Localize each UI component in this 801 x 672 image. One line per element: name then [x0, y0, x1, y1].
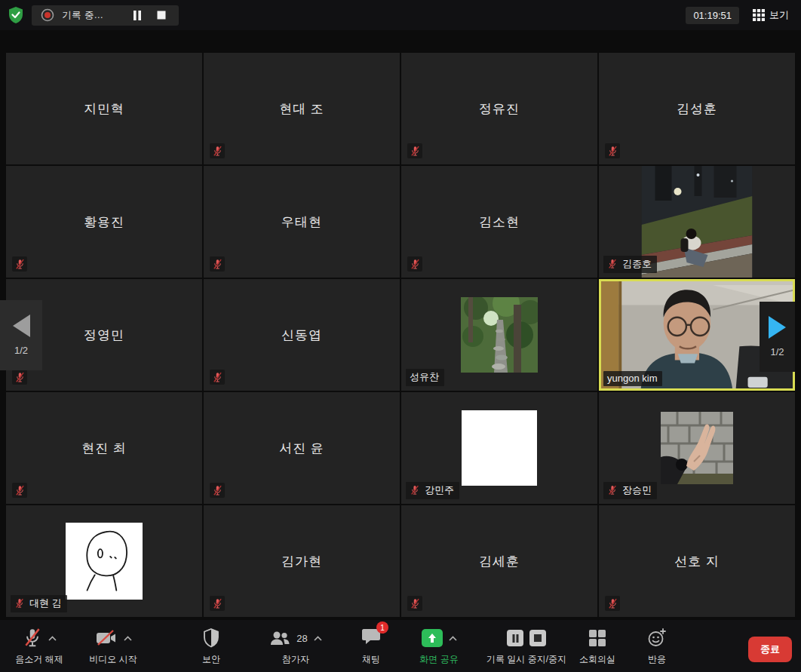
- participant-tile[interactable]: 우태현: [204, 166, 400, 278]
- forest-path-avatar: [461, 297, 538, 373]
- chat-unread-badge: 1: [376, 621, 388, 634]
- chevron-up-icon[interactable]: [124, 636, 132, 641]
- participant-tile[interactable]: 황용진: [6, 166, 202, 278]
- participant-name: 정영민: [84, 327, 124, 344]
- muted-mic-indicator: [407, 256, 422, 272]
- participant-name: 우태현: [281, 213, 322, 231]
- chevron-up-icon[interactable]: [449, 636, 457, 641]
- view-button-label: 보기: [769, 8, 789, 22]
- muted-mic-indicator: [210, 370, 225, 385]
- view-button[interactable]: 보기: [748, 5, 793, 25]
- participant-tile[interactable]: 김세훈: [401, 505, 597, 617]
- start-video-button[interactable]: 비디오 시작: [75, 626, 151, 666]
- page-indicator-left: 1/2: [14, 345, 28, 356]
- pause-recording-button[interactable]: [129, 7, 146, 23]
- muted-mic-icon: [410, 485, 420, 496]
- breakout-rooms-button[interactable]: 소회의실: [573, 626, 621, 666]
- muted-mic-icon: [410, 259, 421, 270]
- stop-recording-button[interactable]: [529, 630, 546, 646]
- participant-tile[interactable]: 선호 지: [599, 505, 795, 617]
- muted-mic-icon: [410, 598, 421, 609]
- participant-name: 선호 지: [674, 553, 720, 570]
- muted-mic-icon: [14, 259, 26, 270]
- reactions-smiley-icon: [647, 628, 667, 648]
- stop-recording-button[interactable]: [153, 7, 170, 23]
- participant-name: 현대 조: [279, 100, 324, 118]
- muted-mic-icon: [212, 485, 223, 496]
- participant-name: 김소현: [479, 213, 520, 231]
- participant-tile[interactable]: 김성훈: [599, 53, 795, 164]
- end-meeting-button[interactable]: 종료: [748, 637, 792, 662]
- participant-tile[interactable]: 강민주: [401, 392, 597, 504]
- share-screen-label: 화면 공유: [419, 653, 458, 666]
- participants-button[interactable]: 28 참가자: [256, 626, 335, 666]
- participant-name: 황용진: [84, 213, 124, 231]
- participant-count: 28: [296, 633, 307, 644]
- participant-tile[interactable]: 대현 김: [6, 505, 202, 617]
- muted-mic-icon: [607, 598, 618, 609]
- participant-tile[interactable]: 정유진: [401, 53, 597, 164]
- participant-name: 현진 최: [81, 440, 127, 457]
- security-button[interactable]: 보안: [187, 626, 235, 666]
- participant-tile[interactable]: 신동엽: [204, 279, 400, 391]
- participant-name-chip: 장승민: [603, 482, 657, 499]
- muted-mic-indicator: [12, 256, 27, 272]
- participant-name-chip: 김종호: [603, 256, 657, 273]
- muted-mic-icon: [607, 485, 618, 496]
- unmute-button[interactable]: 음소거 해제: [3, 626, 75, 666]
- participants-icon: [269, 629, 290, 647]
- top-bar-right: 01:19:51 보기: [686, 5, 793, 25]
- meeting-security-shield-icon[interactable]: [6, 5, 26, 25]
- participant-tile[interactable]: 김종호: [599, 166, 795, 278]
- muted-mic-icon: [14, 485, 26, 496]
- participant-tile[interactable]: 성유찬: [401, 279, 597, 391]
- muted-mic-indicator: [407, 143, 422, 158]
- recording-indicator: 기록 중...: [32, 5, 179, 26]
- muted-mic-indicator: [210, 483, 225, 498]
- reactions-button[interactable]: 반응: [635, 626, 679, 666]
- participant-name: 김성훈: [677, 100, 717, 118]
- participant-name-chip: 성유찬: [406, 369, 444, 386]
- chevron-up-icon[interactable]: [314, 636, 322, 641]
- participant-tile[interactable]: 김소현: [401, 166, 597, 278]
- participant-name: 성유찬: [410, 370, 439, 384]
- participant-name: 정유진: [479, 100, 520, 118]
- mic-muted-icon: [23, 628, 42, 649]
- muted-mic-icon: [212, 146, 223, 157]
- meeting-toolbar: 음소거 해제 비디오 시작 보안: [0, 620, 801, 672]
- participant-name: 신동엽: [281, 327, 322, 344]
- breakout-rooms-label: 소회의실: [579, 653, 615, 666]
- participant-tile[interactable]: 현대 조: [204, 53, 400, 164]
- security-label: 보안: [202, 653, 220, 666]
- participant-name: 김종호: [622, 257, 652, 271]
- participant-tile[interactable]: 현진 최: [6, 392, 202, 504]
- recording-dot-icon: [41, 8, 54, 22]
- pause-recording-button[interactable]: [507, 630, 523, 646]
- previous-page-button[interactable]: 1/2: [0, 300, 42, 370]
- share-screen-button[interactable]: 화면 공유: [401, 626, 477, 666]
- participant-tile[interactable]: 김가현: [204, 505, 400, 617]
- pavement-hand-avatar: [661, 412, 733, 484]
- participant-tile[interactable]: 서진 윤: [204, 392, 400, 504]
- muted-mic-icon: [607, 259, 618, 269]
- recording-status-label: 기록 중...: [62, 9, 103, 22]
- chat-button[interactable]: 1 채팅: [348, 626, 394, 666]
- arrow-right-icon: [769, 316, 786, 339]
- participant-name: 지민혁: [84, 100, 124, 118]
- participant-tile[interactable]: 지민혁: [6, 53, 202, 164]
- participant-name: 김가현: [281, 553, 322, 570]
- muted-mic-indicator: [605, 143, 620, 158]
- start-video-label: 비디오 시작: [89, 653, 137, 666]
- participant-name: 대현 김: [29, 597, 62, 610]
- muted-mic-indicator: [210, 596, 225, 611]
- muted-mic-indicator: [605, 596, 620, 611]
- muted-mic-icon: [212, 259, 223, 270]
- participant-name-chip: 강민주: [406, 482, 459, 499]
- next-page-button[interactable]: 1/2: [760, 302, 795, 372]
- participant-name: 강민주: [425, 483, 454, 497]
- participant-tile[interactable]: 장승민: [599, 392, 795, 504]
- chevron-up-icon[interactable]: [48, 636, 57, 641]
- share-screen-icon: [422, 629, 443, 647]
- white-square-avatar: [462, 410, 537, 486]
- muted-mic-icon: [607, 146, 618, 157]
